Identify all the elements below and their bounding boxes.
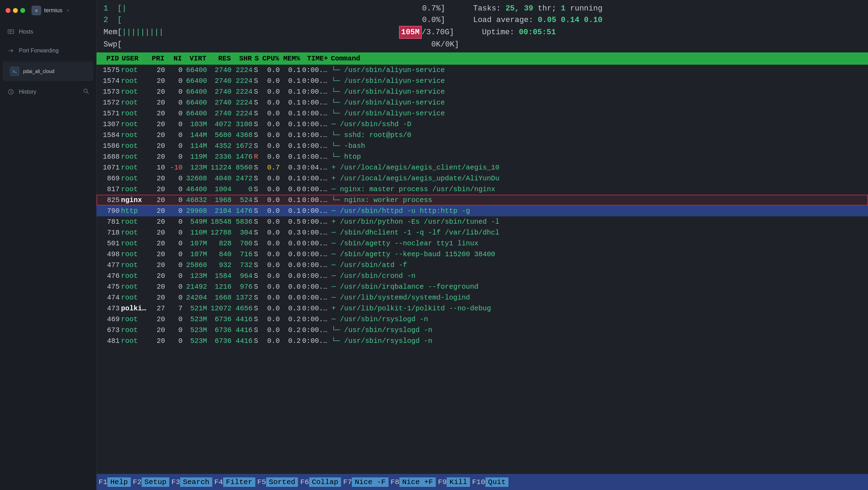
td-s: S xyxy=(253,108,259,118)
table-row[interactable]: 474 root 20 0 24204 1668 1372 S 0.0 0.0 … xyxy=(97,292,868,303)
footer-label-F1[interactable]: Help xyxy=(107,477,130,487)
td-virt: 66400 xyxy=(183,65,208,75)
td-mem: 0.0 xyxy=(280,271,301,281)
td-s: S xyxy=(253,195,259,205)
td-time: 0:00.01 xyxy=(301,282,329,292)
minimize-button[interactable] xyxy=(13,8,18,13)
table-row[interactable]: 1307 root 20 0 103M 4072 3100 S 0.0 0.1 … xyxy=(97,119,868,130)
table-row[interactable]: 1586 root 20 0 114M 4352 1672 S 0.0 0.1 … xyxy=(97,140,868,151)
td-pid: 790 xyxy=(99,206,120,216)
td-shr: 4416 xyxy=(232,336,253,346)
table-row[interactable]: 481 root 20 0 523M 6736 4416 S 0.0 0.2 0… xyxy=(97,336,868,346)
footer-label-F7[interactable]: Nice -F xyxy=(352,477,388,487)
cpu1-bar: | xyxy=(122,3,127,14)
table-row[interactable]: 825 nginx 20 0 46832 1968 524 S 0.0 0.1 … xyxy=(97,195,868,206)
table-row[interactable]: 790 http 20 0 29908 2104 1476 S 0.0 0.1 … xyxy=(97,206,868,216)
table-row[interactable]: 501 root 20 0 107M 828 700 S 0.0 0.0 0:0… xyxy=(97,238,868,249)
svg-line-6 xyxy=(87,92,89,94)
th-res: RES xyxy=(208,54,232,63)
swp-space xyxy=(122,39,432,50)
table-row[interactable]: 673 root 20 0 523M 6736 4416 S 0.0 0.2 0… xyxy=(97,325,868,336)
table-row[interactable]: 1071 root 10 -10 123M 11224 8560 S 0.7 0… xyxy=(97,162,868,173)
td-cpu: 0.0 xyxy=(259,303,280,314)
td-res: 11224 xyxy=(208,163,232,173)
terminal-session[interactable]: pdai_ali_cloud xyxy=(3,62,93,81)
cpu1-pct-val: 0.7%] xyxy=(422,3,445,14)
table-row[interactable]: 1571 root 20 0 66400 2740 2224 S 0.0 0.1… xyxy=(97,108,868,119)
td-mem: 0.0 xyxy=(280,260,301,270)
td-pri: 20 xyxy=(148,282,166,292)
table-row[interactable]: 498 root 20 0 107M 840 716 S 0.0 0.0 0:0… xyxy=(97,249,868,260)
table-row[interactable]: 1572 root 20 0 66400 2740 2224 S 0.0 0.1… xyxy=(97,97,868,108)
search-icon[interactable] xyxy=(83,88,89,96)
td-cpu: 0.0 xyxy=(259,228,280,238)
table-row[interactable]: 475 root 20 0 21492 1216 976 S 0.0 0.0 0… xyxy=(97,281,868,292)
app-dropdown-icon[interactable]: ▾ xyxy=(66,8,69,13)
td-s: S xyxy=(253,260,259,270)
table-row[interactable]: 869 root 20 0 32608 4040 2472 S 0.0 0.1 … xyxy=(97,173,868,184)
td-pid: 781 xyxy=(99,217,120,227)
footer-label-F3[interactable]: Search xyxy=(180,477,212,487)
td-time: 0:00.00 xyxy=(301,119,329,129)
td-cmd: └─ /usr/sbin/aliyun-service xyxy=(329,98,865,108)
table-row[interactable]: 718 root 20 0 110M 12788 304 S 0.0 0.3 0… xyxy=(97,227,868,238)
td-virt: 521M xyxy=(183,303,208,314)
td-user: root xyxy=(120,119,148,129)
td-ni: 0 xyxy=(166,314,183,324)
td-ni: 0 xyxy=(166,260,183,270)
table-row[interactable]: 1575 root 20 0 66400 2740 2224 S 0.0 0.1… xyxy=(97,65,868,75)
th-cpu: CPU% xyxy=(259,54,280,63)
sidebar-item-port-forwarding[interactable]: Port Forwarding xyxy=(0,41,96,60)
footer-label-F10[interactable]: Quit xyxy=(485,477,508,487)
close-button[interactable] xyxy=(6,8,10,13)
footer-label-F4[interactable]: Filter xyxy=(223,477,255,487)
td-user: root xyxy=(120,163,148,173)
table-header: PID USER PRI NI VIRT RES SHR S CPU% MEM%… xyxy=(97,52,868,65)
td-virt: 107M xyxy=(183,249,208,259)
td-virt: 21492 xyxy=(183,282,208,292)
footer-label-F8[interactable]: Nice +F xyxy=(399,477,436,487)
load-15: 0.10 xyxy=(584,14,603,26)
td-ni: 0 xyxy=(166,336,183,346)
td-shr: 2224 xyxy=(232,65,253,75)
footer-label-F2[interactable]: Setup xyxy=(142,477,169,487)
load-label: Load average: xyxy=(473,14,538,26)
td-time: 0:00.00 xyxy=(301,228,329,238)
cpu2-label: 2 [ xyxy=(104,14,122,26)
table-row[interactable]: 1688 root 20 0 119M 2336 1476 R 0.0 0.1 … xyxy=(97,151,868,162)
table-row[interactable]: 469 root 20 0 523M 6736 4416 S 0.0 0.2 0… xyxy=(97,314,868,325)
footer-key-F3: F3 xyxy=(169,478,180,486)
td-shr: 2472 xyxy=(232,173,253,183)
swp-label: Swp[ xyxy=(104,39,122,50)
td-pri: 20 xyxy=(148,271,166,281)
footer-label-F9[interactable]: Kill xyxy=(447,477,470,487)
td-s: S xyxy=(253,249,259,259)
td-virt: 66400 xyxy=(183,87,208,97)
td-pid: 473 xyxy=(99,303,120,314)
table-row[interactable]: 1574 root 20 0 66400 2740 2224 S 0.0 0.1… xyxy=(97,75,868,86)
footer-label-F6[interactable]: Collap xyxy=(309,477,341,487)
table-row[interactable]: 1584 root 20 0 144M 5680 4368 S 0.0 0.1 … xyxy=(97,130,868,140)
td-cmd: └─ sshd: root@pts/0 xyxy=(329,130,865,140)
table-row[interactable]: 473 polkitd 27 7 521M 12072 4656 S 0.0 0… xyxy=(97,303,868,314)
table-row[interactable]: 1573 root 20 0 66400 2740 2224 S 0.0 0.1… xyxy=(97,86,868,97)
sidebar-item-hosts[interactable]: Hosts xyxy=(0,22,96,41)
td-pid: 1575 xyxy=(99,65,120,75)
footer-label-F5[interactable]: Sorted xyxy=(266,477,298,487)
td-virt: 24204 xyxy=(183,293,208,303)
table-row[interactable]: 477 root 20 0 25860 932 732 S 0.0 0.0 0:… xyxy=(97,260,868,271)
td-pri: 20 xyxy=(148,130,166,140)
td-cmd: + /usr/local/aegis/aegis_update/AliYunDu xyxy=(329,173,865,183)
td-pid: 869 xyxy=(99,173,120,183)
td-cpu: 0.7 xyxy=(259,163,280,173)
td-pri: 10 xyxy=(148,163,166,173)
maximize-button[interactable] xyxy=(20,8,25,13)
td-mem: 0.3 xyxy=(280,228,301,238)
load-5: 0.14 xyxy=(556,14,579,26)
table-row[interactable]: 476 root 20 0 123M 1584 964 S 0.0 0.0 0:… xyxy=(97,271,868,281)
td-cmd: + /usr/lib/polkit-1/polkitd --no-debug xyxy=(329,303,865,314)
table-row[interactable]: 781 root 20 0 549M 18548 5836 S 0.0 0.5 … xyxy=(97,216,868,227)
table-row[interactable]: 817 root 20 0 46400 1004 0 S 0.0 0.0 0:0… xyxy=(97,184,868,195)
sidebar-item-history[interactable]: History xyxy=(0,82,96,101)
td-res: 4072 xyxy=(208,119,232,129)
